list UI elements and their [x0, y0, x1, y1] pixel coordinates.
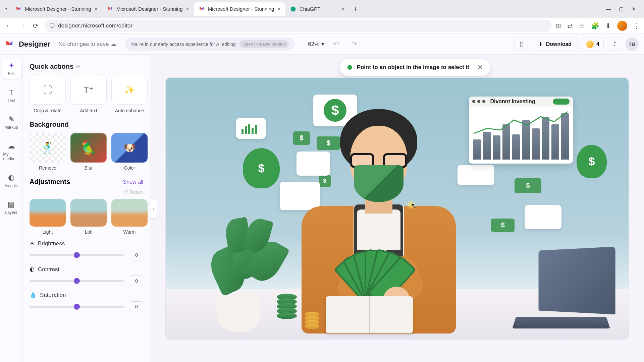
device-preview-button[interactable]: ▯: [515, 38, 528, 51]
undo-button[interactable]: ↶: [333, 40, 339, 49]
rail-label: My media: [3, 152, 19, 161]
close-tab-icon[interactable]: ×: [341, 6, 344, 12]
add-text-icon: T⁺: [84, 85, 94, 95]
install-app-icon[interactable]: ⊞: [555, 22, 561, 30]
rail-text[interactable]: T Text: [2, 85, 21, 106]
translate-icon[interactable]: ⇄: [567, 22, 573, 30]
rail-layers[interactable]: ▤ Layers: [2, 197, 21, 218]
design-canvas[interactable]: $ $ $ $ $ $ Divonnt Investing: [166, 78, 629, 339]
app-name: Designer: [19, 40, 50, 49]
auto-enhance-action[interactable]: ✨ Auto enhance: [111, 75, 148, 113]
bg-remove-action[interactable]: 🕺 Remove: [30, 133, 66, 171]
mouse-cursor-icon: ↖: [411, 202, 417, 210]
collapse-panel-button[interactable]: ‹: [150, 198, 157, 219]
brightness-label: Brightness: [38, 240, 65, 247]
share-button[interactable]: ⤴: [608, 38, 621, 51]
bg-blur-action[interactable]: 🦜 Blur: [70, 133, 107, 171]
svg-point-0: [290, 6, 296, 11]
close-window-icon[interactable]: ✕: [632, 6, 636, 12]
brightness-value[interactable]: 0: [130, 250, 143, 260]
rail-visuals[interactable]: ◐ Visuals: [2, 171, 21, 191]
show-all-link[interactable]: Show all: [123, 179, 143, 185]
close-tab-icon[interactable]: ×: [95, 6, 98, 12]
user-avatar[interactable]: TB: [625, 38, 639, 51]
filter-thumb: [70, 199, 107, 227]
cloud-icon: ☁: [111, 41, 116, 48]
downloads-icon[interactable]: ⬇: [605, 22, 611, 30]
redo-button[interactable]: ↷: [351, 40, 357, 49]
filter-light[interactable]: Light: [30, 199, 66, 235]
reload-button[interactable]: ⟳: [31, 21, 40, 31]
svg-rect-4: [252, 128, 254, 134]
rail-markup[interactable]: ✎ Markup: [2, 112, 21, 132]
crop-rotate-action[interactable]: ⛶ Crop & rotate: [30, 75, 66, 113]
profile-avatar[interactable]: [617, 21, 627, 31]
designer-favicon-icon: [107, 6, 113, 12]
minimize-icon[interactable]: —: [606, 6, 611, 12]
download-label: Download: [546, 41, 572, 47]
edit-side-panel: Quick actions ⟳ ⛶ Crop & rotate T⁺ Add t…: [23, 55, 150, 362]
cloud-upload-icon: ☁: [8, 142, 15, 150]
brightness-slider[interactable]: [30, 254, 124, 256]
open-stable-button[interactable]: Open in stable version: [239, 40, 289, 48]
color-bg-thumb: 🐶: [111, 133, 148, 163]
early-access-text: You're in our early access experience fo…: [130, 42, 235, 47]
rail-edit[interactable]: ✦ Edit: [2, 59, 21, 79]
designer-favicon-icon: [15, 6, 21, 12]
investing-window-graphic: Divonnt Investing: [469, 97, 573, 164]
forward-button[interactable]: →: [17, 21, 27, 31]
close-hint-icon[interactable]: ✕: [477, 63, 483, 71]
address-bar[interactable]: ⓘ designer.microsoft.com/editor: [44, 19, 551, 32]
site-info-icon[interactable]: ⓘ: [50, 22, 55, 29]
filter-lofi[interactable]: Lofi: [70, 199, 107, 235]
rail-label: Edit: [8, 71, 15, 76]
close-tab-icon[interactable]: ×: [186, 6, 189, 12]
browser-tab[interactable]: ChatGPT ×: [285, 2, 349, 16]
browser-menu-icon[interactable]: ⋮: [633, 22, 640, 30]
svg-rect-1: [241, 129, 244, 134]
contrast-slider[interactable]: [30, 280, 124, 282]
rail-label: Visuals: [5, 183, 17, 188]
contrast-value[interactable]: 0: [130, 276, 143, 286]
zoom-dropdown[interactable]: 62% ▾: [308, 41, 324, 48]
tab-title: Microsoft Designer - Stunning: [116, 6, 183, 12]
saturation-value[interactable]: 0: [130, 301, 143, 312]
saturation-label: Saturation: [40, 292, 66, 299]
reset-adjustments[interactable]: ↺ Reset: [30, 189, 143, 195]
rail-label: Text: [7, 98, 15, 103]
background-title: Background: [30, 121, 143, 128]
brightness-icon: ☀: [30, 240, 35, 247]
credits-count: 4: [596, 41, 599, 47]
tab-title: Microsoft Designer - Stunning: [25, 6, 91, 12]
designer-favicon-icon: [199, 6, 205, 12]
browser-tab[interactable]: Microsoft Designer - Stunning ×: [102, 2, 194, 16]
browser-tab-active[interactable]: Microsoft Designer - Stunning ×: [194, 2, 285, 16]
magic-wand-icon: ✨: [124, 85, 135, 95]
filter-warm[interactable]: Warm: [111, 199, 148, 235]
maximize-icon[interactable]: ▢: [619, 6, 624, 12]
canvas-wrap: ‹ Point to an object in the image to sel…: [150, 55, 644, 362]
object-select-hint: Point to an object in the image to selec…: [340, 59, 490, 76]
save-state-label: No changes to save ☁: [58, 41, 116, 48]
close-tab-icon[interactable]: ×: [277, 6, 280, 12]
rail-label: Layers: [5, 210, 17, 215]
svg-rect-2: [245, 126, 247, 134]
bookmark-icon[interactable]: ☆: [579, 22, 585, 30]
browser-toolbar: ← → ⟳ ⓘ designer.microsoft.com/editor ⊞ …: [0, 18, 644, 34]
refresh-icon[interactable]: ⟳: [76, 63, 80, 70]
new-tab-button[interactable]: +: [349, 4, 362, 14]
text-icon: T: [9, 88, 13, 97]
extensions-icon[interactable]: 🧩: [591, 22, 599, 30]
saturation-slider[interactable]: [30, 306, 124, 308]
back-button[interactable]: ←: [4, 21, 13, 31]
browser-tab[interactable]: Microsoft Designer - Stunning ×: [11, 2, 102, 16]
adjustments-title: Adjustments: [30, 178, 70, 186]
zoom-value: 62%: [308, 41, 319, 48]
tab-list-dropdown[interactable]: ▾: [3, 6, 9, 12]
coin-icon: [586, 41, 594, 48]
rail-my-media[interactable]: ☁ My media: [2, 139, 21, 164]
credits-button[interactable]: 4: [582, 38, 604, 51]
bg-color-action[interactable]: 🐶 Color: [111, 133, 148, 171]
add-text-action[interactable]: T⁺ Add text: [70, 75, 107, 113]
download-button[interactable]: ⬇ Download: [532, 38, 578, 51]
